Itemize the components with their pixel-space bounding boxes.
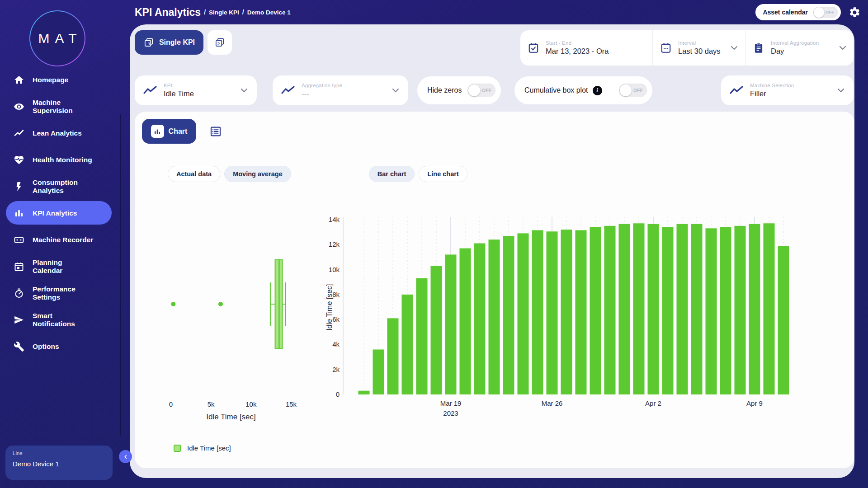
bar-apr-4[interactable] (677, 224, 688, 394)
info-icon[interactable]: i (593, 86, 602, 95)
sidebar-item-label: Performance Settings (33, 285, 105, 301)
bar-apr-5[interactable] (691, 224, 703, 394)
boxplot-x-tick: 10k (245, 400, 257, 408)
machine-selection-value: Filler (750, 89, 794, 98)
y-tick: 14k (329, 216, 340, 223)
bar-apr-9[interactable] (749, 224, 760, 394)
x-tick: Mar 19 (440, 399, 462, 407)
bar-mar-24[interactable] (518, 233, 529, 394)
asset-calendar-toggle-pill[interactable]: Asset calendar OFF (755, 4, 841, 20)
sidebar-scrollbar[interactable] (120, 114, 121, 436)
x-tick: Mar 26 (542, 399, 563, 407)
bar-mar-28[interactable] (576, 230, 587, 394)
bar-mar-22[interactable] (489, 239, 500, 394)
cumulative-box-plot-toggle-pill[interactable]: Cumulative box plot i OFF (514, 76, 652, 104)
sidebar-item-label: Planning Calendar (33, 258, 105, 275)
kpi-mode-toolbar: 1 Single KPI 2 Start - End Mar 13, 2023 … (130, 24, 854, 66)
y-tick: 6k (332, 315, 340, 323)
sidebar-item-label: Smart Notifications (33, 312, 105, 328)
cumulative-box-plot-switch[interactable]: OFF (619, 84, 647, 97)
bar-mar-29[interactable] (590, 227, 601, 394)
table-icon (209, 125, 222, 138)
bar-mar-17[interactable] (416, 278, 428, 394)
bar-apr-3[interactable] (662, 227, 674, 394)
sidebar-item-label: Consumption Analytics (33, 178, 105, 195)
sidebar-item-homepage[interactable]: Homepage (0, 66, 122, 93)
single-kpi-tab[interactable]: 1 Single KPI (135, 30, 203, 55)
bolt-icon (14, 181, 24, 192)
kpi-dropdown[interactable]: KPI Idle Time (135, 75, 257, 105)
bar-apr-10[interactable] (764, 223, 775, 394)
interval-value: Last 30 days (678, 47, 721, 56)
legend-label: Idle Time [sec] (187, 444, 231, 452)
bar-apr-2[interactable] (648, 224, 659, 394)
bar-mar-25[interactable] (532, 230, 543, 394)
bar-apr-6[interactable] (706, 228, 717, 394)
bar-mar-30[interactable] (604, 226, 616, 394)
page-title: KPI Analytics (135, 6, 201, 19)
aggregation-type-dropdown[interactable]: Aggregation type --- (273, 75, 408, 105)
bar-mar-16[interactable] (402, 295, 413, 394)
sidebar-collapse-button[interactable] (119, 450, 132, 463)
hide-zeros-switch[interactable]: OFF (467, 84, 495, 97)
sidebar-item-machine-recorder[interactable]: Machine Recorder (0, 226, 122, 253)
send-icon (14, 314, 24, 325)
sidebar-item-smart-notifications[interactable]: Smart Notifications (0, 306, 122, 333)
bar-mar-31[interactable] (619, 224, 630, 394)
bar-apr-1[interactable] (633, 223, 645, 394)
hide-zeros-toggle-pill[interactable]: Hide zeros OFF (417, 76, 501, 104)
bar-mar-20[interactable] (460, 249, 471, 394)
breadcrumb-level2[interactable]: Demo Device 1 (247, 9, 291, 16)
sidebar-item-kpi-analytics[interactable]: KPI Analytics (0, 200, 122, 226)
boxplot-outlier[interactable] (218, 302, 223, 306)
bar-mar-21[interactable] (474, 244, 486, 394)
sidebar-item-label: Health Monitoring (33, 156, 105, 164)
device-name: Demo Device 1 (13, 460, 105, 468)
gear-icon[interactable] (849, 6, 861, 19)
chevron-down-icon (837, 86, 844, 94)
bar-apr-8[interactable] (735, 226, 746, 394)
selected-device-card[interactable]: Line Demo Device 1 (5, 446, 113, 480)
bar-mar-13[interactable] (359, 391, 370, 394)
bar-mar-18[interactable] (431, 266, 442, 394)
bar-mar-27[interactable] (561, 230, 572, 394)
sidebar-item-planning-calendar[interactable]: Planning Calendar (0, 253, 122, 280)
asset-calendar-switch[interactable]: OFF (813, 7, 838, 18)
bar-mar-14[interactable] (373, 349, 384, 394)
actual-data-button[interactable]: Actual data (168, 166, 220, 182)
y-tick: 12k (329, 240, 340, 248)
start-end-picker[interactable]: Start - End Mar 13, 2023 - Ora (520, 30, 652, 66)
kpi-trend-icon (143, 85, 157, 95)
chart-panel: Chart Actual data Moving average Bar cha… (135, 112, 854, 468)
sidebar-item-machine-supervision[interactable]: Machine Supervision (0, 93, 122, 120)
multiple-kpi-tab[interactable]: 2 (208, 30, 232, 55)
boxplot-outlier[interactable] (171, 302, 175, 306)
chevron-down-icon (241, 86, 248, 94)
sidebar-item-options[interactable]: Options (0, 333, 122, 360)
y-tick: 2k (332, 366, 340, 373)
interval-dropdown[interactable]: Interval Last 30 days (652, 30, 745, 66)
bar-apr-11[interactable] (778, 246, 789, 394)
table-view-button[interactable] (209, 125, 222, 138)
topbar-right: Asset calendar OFF (755, 4, 861, 20)
bar-mar-23[interactable] (503, 236, 514, 394)
bar-mar-15[interactable] (387, 318, 399, 394)
breadcrumb-level1[interactable]: Single KPI (209, 9, 239, 16)
chart-tab[interactable]: Chart (142, 119, 196, 144)
machine-selection-dropdown[interactable]: Machine Selection Filler (721, 75, 854, 105)
sidebar-item-consumption-analytics[interactable]: Consumption Analytics (0, 173, 122, 200)
boxplot-x-axis-label: Idle Time [sec] (206, 413, 256, 421)
chart-legend[interactable]: Idle Time [sec] (174, 444, 231, 452)
bar-apr-7[interactable] (720, 227, 731, 394)
bar-mar-19[interactable] (445, 254, 457, 394)
sidebar-item-health-monitoring[interactable]: Health Monitoring (0, 146, 122, 173)
moving-average-button[interactable]: Moving average (224, 166, 291, 182)
bar-mar-26[interactable] (547, 231, 558, 394)
interval-aggregation-dropdown[interactable]: Interval Aggregation Day (745, 30, 854, 66)
sidebar-item-lean-analytics[interactable]: Lean Analytics (0, 120, 122, 146)
trend-icon (14, 128, 24, 139)
bar-chart: 02k4k6k8k10k12k14kIdle Time [sec]Mar 192… (325, 170, 854, 441)
app-logo-text: MAT (30, 11, 85, 66)
sidebar-item-performance-settings[interactable]: Performance Settings (0, 280, 122, 306)
toggle-state-label: OFF (482, 88, 491, 93)
